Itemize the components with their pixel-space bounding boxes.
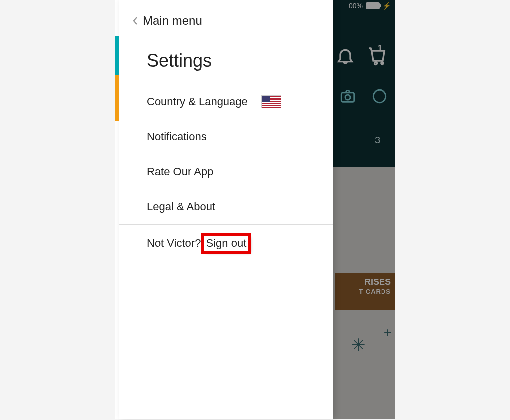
decoration-plus: +	[384, 325, 392, 341]
notifications-label: Notifications	[147, 130, 207, 143]
battery-percent-text: 00%	[349, 2, 363, 10]
cart-badge: 1	[378, 44, 382, 53]
us-flag-icon	[261, 95, 281, 108]
camera-icon[interactable]	[339, 88, 356, 107]
svg-point-4	[373, 90, 386, 103]
country-language-label: Country & Language	[147, 95, 248, 108]
battery-icon	[366, 2, 380, 9]
menu-item-country-language[interactable]: Country & Language	[119, 84, 333, 119]
settings-drawer: Main menu Settings Country & Language No…	[119, 0, 333, 419]
menu-item-notifications[interactable]: Notifications	[119, 119, 333, 154]
signout-row: Not Victor? Sign out	[119, 224, 333, 262]
promo-banner: RISES T CARDS	[335, 273, 395, 310]
bell-icon[interactable]	[335, 46, 355, 68]
rate-app-label: Rate Our App	[147, 165, 213, 178]
alexa-icon[interactable]	[371, 88, 388, 107]
sub-header-icons	[339, 88, 388, 107]
header-icons: 1	[335, 46, 388, 68]
status-bar: 00% ⚡	[349, 2, 391, 10]
banner-line2: T CARDS	[339, 288, 391, 296]
background-app: 00% ⚡ 1 3 RISES T CARDS	[333, 0, 395, 419]
signout-prefix: Not Victor?	[147, 237, 204, 249]
phone-frame: 00% ⚡ 1 3 RISES T CARDS	[115, 0, 395, 419]
charging-icon: ⚡	[382, 2, 391, 10]
page-title: Settings	[119, 38, 333, 84]
chevron-left-icon	[133, 16, 138, 25]
svg-point-1	[381, 62, 383, 65]
legal-about-label: Legal & About	[147, 200, 215, 213]
banner-line1: RISES	[339, 277, 391, 288]
side-accent-orange	[115, 75, 119, 121]
side-accent-teal	[115, 36, 119, 75]
svg-rect-2	[341, 93, 354, 102]
back-to-main-menu[interactable]: Main menu	[119, 0, 333, 38]
cart-icon[interactable]: 1	[368, 46, 388, 68]
back-label: Main menu	[143, 14, 202, 28]
menu-item-legal-about[interactable]: Legal & About	[119, 189, 333, 224]
decoration-asterisk: ✳	[351, 335, 365, 355]
bg-partial-text: 3	[375, 135, 380, 146]
svg-point-0	[375, 62, 377, 65]
svg-point-3	[345, 95, 350, 100]
menu-item-rate-app[interactable]: Rate Our App	[119, 154, 333, 189]
signout-link[interactable]: Sign out	[204, 236, 249, 251]
